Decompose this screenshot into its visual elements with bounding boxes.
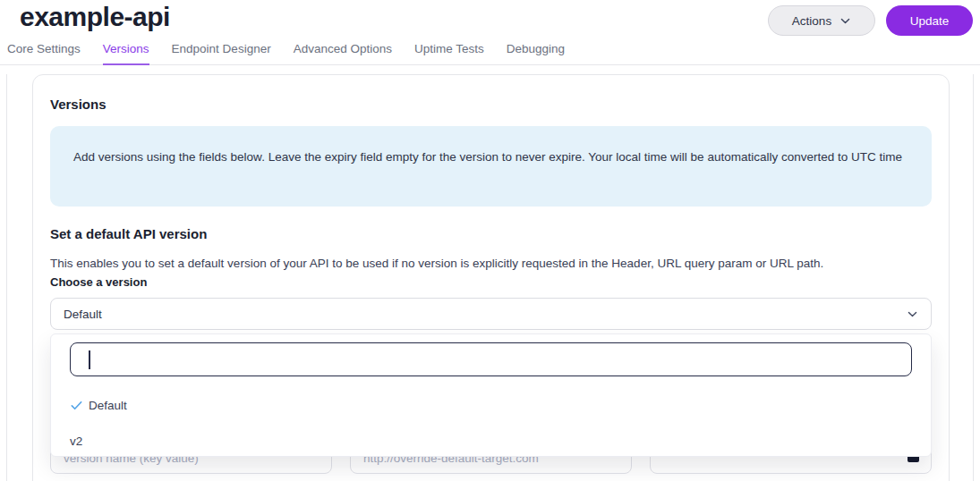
card-heading: Versions — [50, 97, 932, 113]
header-actions: Actions Update — [768, 5, 973, 36]
version-select-wrap: Default Default v2 — [50, 298, 932, 330]
version-search-input[interactable] — [70, 342, 912, 376]
default-version-description: This enables you to set a default versio… — [50, 257, 932, 271]
update-button[interactable]: Update — [886, 5, 973, 36]
version-dropdown-panel: Default v2 — [50, 333, 932, 457]
main-content: Versions Add versions using the fields b… — [6, 74, 974, 481]
tab-core-settings[interactable]: Core Settings — [7, 42, 81, 65]
choose-version-label: Choose a version — [50, 275, 932, 290]
tab-uptime-tests[interactable]: Uptime Tests — [414, 42, 484, 65]
tab-endpoint-designer[interactable]: Endpoint Designer — [172, 42, 271, 65]
tab-bar: Core Settings Versions Endpoint Designer… — [0, 41, 980, 65]
chevron-down-icon — [839, 15, 851, 27]
option-v2[interactable]: v2 — [51, 423, 931, 459]
versions-card: Versions Add versions using the fields b… — [32, 74, 950, 481]
version-select-value: Default — [64, 308, 102, 321]
tab-versions[interactable]: Versions — [103, 42, 149, 65]
info-banner: Add versions using the fields below. Lea… — [50, 126, 932, 207]
tab-debugging[interactable]: Debugging — [507, 42, 565, 65]
tab-advanced-options[interactable]: Advanced Options — [294, 42, 392, 65]
page-header: example-api Actions Update — [0, 0, 980, 41]
chevron-down-icon — [907, 308, 918, 320]
default-version-heading: Set a default API version — [50, 226, 932, 242]
version-option-list: Default v2 — [51, 387, 931, 459]
option-default[interactable]: Default — [51, 387, 931, 423]
actions-button[interactable]: Actions — [768, 5, 875, 36]
page-title: example-api — [20, 2, 170, 32]
option-default-label: Default — [89, 399, 127, 412]
text-caret — [89, 350, 90, 369]
actions-button-label: Actions — [792, 14, 831, 28]
update-button-label: Update — [910, 14, 950, 28]
option-v2-label: v2 — [70, 435, 82, 448]
check-icon — [70, 399, 83, 412]
version-select[interactable]: Default — [50, 298, 932, 330]
